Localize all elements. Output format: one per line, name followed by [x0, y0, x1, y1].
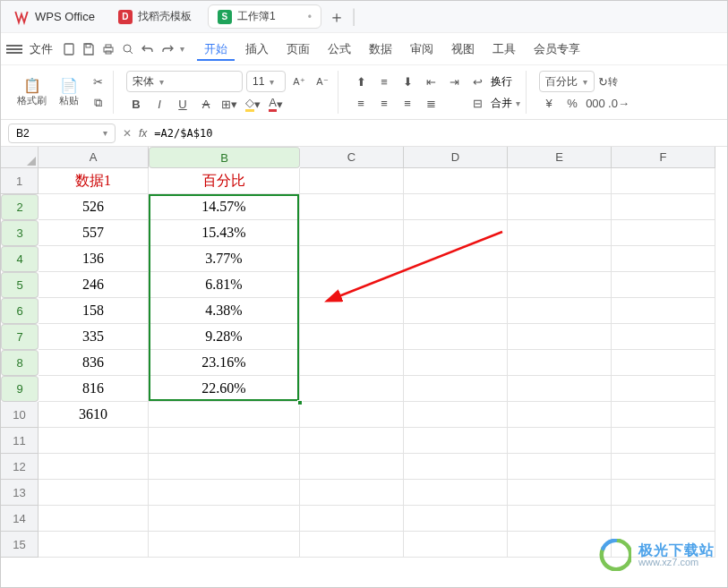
cell[interactable]: [508, 168, 612, 194]
cell[interactable]: [39, 506, 149, 532]
cell[interactable]: 557: [39, 220, 149, 246]
print-icon[interactable]: [101, 42, 116, 56]
align-bot-icon[interactable]: ⬇: [398, 72, 417, 91]
cell[interactable]: [149, 402, 300, 428]
cell[interactable]: [508, 324, 612, 350]
menu-start[interactable]: 开始: [197, 38, 235, 61]
row-header[interactable]: 12: [1, 454, 39, 480]
shrink-font-icon[interactable]: A⁻: [313, 72, 332, 91]
cell[interactable]: [300, 194, 404, 220]
align-top-icon[interactable]: ⬆: [351, 72, 371, 91]
cell[interactable]: 4.38%: [149, 298, 300, 324]
cell[interactable]: [39, 454, 149, 480]
cell[interactable]: [404, 220, 508, 246]
font-color-icon[interactable]: A▾: [266, 94, 286, 114]
cell[interactable]: [612, 298, 715, 324]
cells-area[interactable]: 数据1百分比 52614.57% 55715.43% 1363.77% 2466…: [39, 168, 715, 558]
cell[interactable]: [404, 454, 508, 480]
cell[interactable]: [404, 402, 508, 428]
menu-page[interactable]: 页面: [279, 38, 317, 61]
cell[interactable]: [404, 350, 508, 376]
cell[interactable]: [508, 480, 612, 506]
cell[interactable]: [149, 532, 300, 558]
cell[interactable]: [612, 272, 715, 298]
align-justify-icon[interactable]: ≣: [421, 93, 441, 113]
menu-tools[interactable]: 工具: [485, 38, 523, 61]
menu-review[interactable]: 审阅: [403, 38, 441, 61]
cell[interactable]: [508, 532, 612, 558]
cell[interactable]: [39, 480, 149, 506]
cell[interactable]: 百分比: [149, 168, 300, 194]
tab-workbook[interactable]: S 工作簿1 •: [208, 4, 321, 29]
align-right-icon[interactable]: ≡: [398, 93, 417, 113]
cell[interactable]: [612, 168, 715, 194]
cell[interactable]: [300, 428, 404, 454]
menu-icon[interactable]: [6, 43, 22, 55]
row-header[interactable]: 11: [1, 428, 39, 454]
col-header-F[interactable]: F: [612, 147, 715, 168]
cell[interactable]: [508, 220, 612, 246]
cell[interactable]: [300, 220, 404, 246]
cell[interactable]: 14.57%: [149, 194, 300, 220]
cell[interactable]: 3.77%: [149, 246, 300, 272]
dec-indent-icon[interactable]: ⇤: [421, 72, 441, 91]
cell[interactable]: [612, 402, 715, 428]
cell[interactable]: [404, 272, 508, 298]
row-header[interactable]: 9: [1, 376, 39, 402]
cell[interactable]: 15.43%: [149, 220, 300, 246]
cell[interactable]: [300, 402, 404, 428]
formula-input[interactable]: =A2/$A$10: [154, 127, 212, 140]
bold-icon[interactable]: B: [126, 94, 146, 114]
cell[interactable]: [149, 506, 300, 532]
cell[interactable]: [300, 532, 404, 558]
dec-inc-icon[interactable]: .0→: [609, 93, 629, 113]
cell[interactable]: [404, 480, 508, 506]
font-size-select[interactable]: 11: [246, 71, 286, 92]
cell[interactable]: [508, 272, 612, 298]
row-header[interactable]: 8: [1, 350, 39, 376]
cell[interactable]: [612, 480, 715, 506]
new-icon[interactable]: [62, 42, 76, 56]
cell[interactable]: [39, 532, 149, 558]
menu-insert[interactable]: 插入: [238, 38, 276, 61]
cell[interactable]: 数据1: [39, 168, 149, 194]
trans-icon[interactable]: ↻转: [598, 72, 618, 91]
menu-data[interactable]: 数据: [362, 38, 399, 61]
cell[interactable]: 836: [39, 350, 149, 376]
menu-member[interactable]: 会员专享: [527, 38, 587, 61]
cell[interactable]: [404, 298, 508, 324]
cell[interactable]: [149, 454, 300, 480]
save-icon[interactable]: [81, 42, 96, 56]
fill-handle[interactable]: [297, 400, 303, 405]
cell[interactable]: [300, 246, 404, 272]
cell[interactable]: [612, 246, 715, 272]
cell[interactable]: [612, 350, 715, 376]
cell[interactable]: [612, 506, 715, 532]
row-header[interactable]: 10: [1, 402, 39, 428]
col-header-D[interactable]: D: [404, 147, 508, 168]
row-header[interactable]: 7: [1, 324, 39, 350]
cell[interactable]: [508, 428, 612, 454]
cell[interactable]: [300, 454, 404, 480]
row-header[interactable]: 15: [1, 532, 39, 558]
spreadsheet-grid[interactable]: A B C D E F 1 2 3 4 5 6 7 8 9 10 11 12 1…: [1, 147, 727, 576]
inc-indent-icon[interactable]: ⇥: [444, 72, 464, 91]
undo-icon[interactable]: [141, 42, 155, 56]
strike-icon[interactable]: A: [196, 94, 216, 114]
row-header[interactable]: 2: [1, 194, 39, 220]
col-header-B[interactable]: B: [149, 147, 300, 168]
cell[interactable]: [300, 324, 404, 350]
number-format-select[interactable]: 百分比: [539, 71, 595, 92]
cell[interactable]: 158: [39, 298, 149, 324]
wrap-icon[interactable]: ↩: [467, 72, 487, 91]
cell[interactable]: [508, 376, 612, 402]
cell[interactable]: 9.28%: [149, 324, 300, 350]
format-painter-button[interactable]: 📋格式刷: [13, 76, 50, 109]
cell[interactable]: 136: [39, 246, 149, 272]
cell[interactable]: [300, 506, 404, 532]
cell[interactable]: [612, 376, 715, 402]
cell[interactable]: [404, 376, 508, 402]
comma-icon[interactable]: 000: [586, 93, 605, 113]
align-mid-icon[interactable]: ≡: [374, 72, 394, 91]
cell[interactable]: 6.81%: [149, 272, 300, 298]
